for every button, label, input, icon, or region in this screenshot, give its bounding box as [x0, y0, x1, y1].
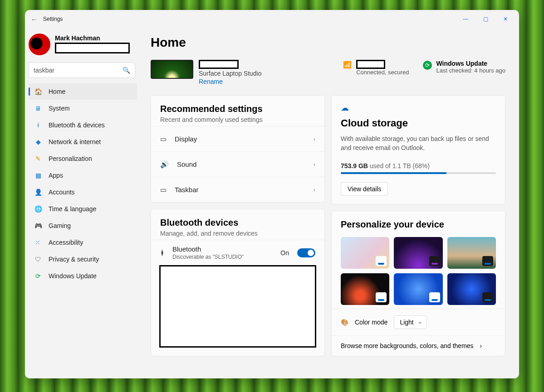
theme-option-2[interactable]: [394, 237, 442, 269]
bluetooth-toggle-row[interactable]: ᚼ Bluetooth Discoverable as "SLSTUDIO" O…: [151, 240, 324, 265]
nav-item-network-internet[interactable]: ◆ Network & internet: [29, 134, 137, 150]
avatar: [29, 34, 50, 55]
device-name-redacted: [199, 60, 239, 69]
nav-item-privacy-security[interactable]: 🛡 Privacy & security: [29, 251, 137, 267]
palette-icon: 🎨: [341, 319, 348, 326]
nav-item-home[interactable]: 🏠 Home: [29, 83, 137, 100]
search-input[interactable]: taskbar 🔍: [29, 63, 135, 78]
nav-icon: ⛌: [34, 238, 42, 247]
user-name: Mark Hachman: [55, 34, 130, 42]
theme-option-4[interactable]: [341, 273, 389, 305]
device-thumbnail: [151, 60, 193, 79]
nav-label: Personalization: [49, 155, 92, 162]
recommended-settings-card: Recommended settings Recent and commonly…: [151, 95, 325, 203]
nav-icon: 🛡: [34, 255, 42, 263]
windows-update-subtitle: Last checked: 4 hours ago: [436, 67, 506, 74]
bluetooth-icon: ᚼ: [160, 249, 164, 256]
cloud-usage: 753.9 GB used of 1.1 TB (68%): [341, 162, 496, 169]
nav-icon: ⟳: [34, 272, 42, 280]
header-row: Surface Laptop Studio Rename 📶 Connected…: [151, 60, 505, 85]
nav-item-time-language[interactable]: 🌐 Time & language: [29, 201, 137, 217]
browse-themes-row[interactable]: Browse more backgrounds, colors, and the…: [332, 335, 505, 356]
row-icon: ▭: [160, 135, 167, 143]
theme-option-5[interactable]: [394, 273, 442, 305]
nav-label: Windows Update: [49, 272, 97, 280]
color-mode-select[interactable]: Light: [394, 315, 426, 329]
back-button[interactable]: ←: [29, 15, 39, 23]
nav-icon: 🖥: [34, 104, 42, 112]
view-details-button[interactable]: View details: [341, 182, 388, 196]
theme-option-3[interactable]: [447, 237, 496, 269]
nav-item-gaming[interactable]: 🎮 Gaming: [29, 218, 137, 234]
theme-option-6[interactable]: [447, 273, 496, 305]
color-mode-row: 🎨 Color mode Light: [332, 309, 505, 335]
close-button[interactable]: ✕: [495, 12, 515, 26]
row-label: Sound: [177, 160, 305, 168]
nav-item-bluetooth-devices[interactable]: ᚼ Bluetooth & devices: [29, 117, 137, 133]
settings-window: ← Settings — ▢ ✕ Mark Hachman taskbar 🔍 …: [25, 10, 519, 378]
cloud-icon: ☁: [341, 103, 496, 113]
windows-update-block[interactable]: ⟳ Windows Update Last checked: 4 hours a…: [423, 60, 506, 74]
nav-item-personalization[interactable]: ✎ Personalization: [29, 150, 137, 167]
bluetooth-devices-redacted: [159, 265, 316, 348]
taskbar-chip-icon: [482, 256, 493, 266]
theme-option-1[interactable]: [341, 237, 389, 269]
recommended-row-display[interactable]: ▭ Display ›: [151, 126, 324, 151]
recommended-row-sound[interactable]: 🔊 Sound ›: [151, 151, 324, 177]
row-label: Taskbar: [175, 186, 305, 194]
maximize-button[interactable]: ▢: [475, 12, 495, 26]
nav-label: Apps: [49, 172, 63, 179]
main: Home Surface Laptop Studio Rename 📶 Con: [141, 28, 519, 378]
row-icon: ▭: [160, 186, 167, 194]
sync-icon: ⟳: [423, 61, 432, 70]
user-email-redacted: [55, 43, 130, 53]
wifi-status: Connected, secured: [356, 69, 409, 76]
recommended-row-taskbar[interactable]: ▭ Taskbar ›: [151, 177, 324, 202]
wifi-ssid-redacted: [356, 60, 385, 69]
titlebar: ← Settings — ▢ ✕: [25, 10, 519, 28]
nav-icon: 👤: [34, 188, 42, 196]
nav-icon: ᚼ: [34, 121, 42, 129]
chevron-right-icon: ›: [314, 186, 315, 193]
nav-label: System: [49, 105, 70, 112]
row-label: Display: [175, 135, 305, 143]
nav-label: Privacy & security: [49, 256, 99, 263]
nav-item-windows-update[interactable]: ⟳ Windows Update: [29, 268, 137, 284]
nav-icon: ◆: [34, 138, 42, 146]
chevron-right-icon: ›: [314, 161, 315, 168]
nav-icon: ▦: [34, 171, 42, 179]
chevron-right-icon: ›: [480, 342, 482, 349]
nav-item-accessibility[interactable]: ⛌ Accessibility: [29, 234, 137, 251]
nav-item-apps[interactable]: ▦ Apps: [29, 167, 137, 184]
windows-update-title: Windows Update: [436, 60, 506, 67]
personalize-card: Personalize your device 🎨: [331, 211, 505, 356]
bluetooth-name: Bluetooth: [172, 245, 272, 253]
nav-item-accounts[interactable]: 👤 Accounts: [29, 184, 137, 200]
user-block[interactable]: Mark Hachman: [29, 32, 137, 61]
app-title: Settings: [43, 16, 63, 22]
taskbar-chip-icon: [482, 292, 493, 302]
taskbar-chip-icon: [429, 292, 440, 302]
bluetooth-discoverable: Discoverable as "SLSTUDIO": [172, 254, 272, 260]
bluetooth-toggle[interactable]: [297, 248, 315, 257]
browse-themes-label: Browse more backgrounds, colors, and the…: [341, 342, 474, 349]
device-block[interactable]: Surface Laptop Studio Rename: [151, 60, 262, 85]
wifi-icon: 📶: [343, 61, 352, 69]
nav-item-system[interactable]: 🖥 System: [29, 100, 137, 116]
nav: 🏠 Home🖥 Systemᚼ Bluetooth & devices◆ Net…: [29, 83, 137, 284]
sidebar: Mark Hachman taskbar 🔍 🏠 Home🖥 Systemᚼ B…: [25, 28, 141, 378]
color-mode-label: Color mode: [355, 319, 387, 326]
nav-label: Network & internet: [49, 138, 101, 145]
taskbar-chip-icon: [376, 256, 387, 266]
page-title: Home: [151, 35, 505, 50]
nav-icon: ✎: [34, 155, 42, 163]
nav-label: Time & language: [49, 205, 96, 213]
nav-label: Accounts: [49, 189, 75, 196]
wifi-block[interactable]: 📶 Connected, secured: [343, 60, 409, 76]
personalize-title: Personalize your device: [341, 219, 496, 230]
minimize-button[interactable]: —: [456, 12, 475, 26]
bluetooth-sub: Manage, add, and remove devices: [160, 230, 315, 237]
recommended-sub: Recent and commonly used settings: [160, 116, 315, 123]
rename-link[interactable]: Rename: [199, 78, 262, 85]
nav-icon: 🏠: [34, 87, 42, 96]
